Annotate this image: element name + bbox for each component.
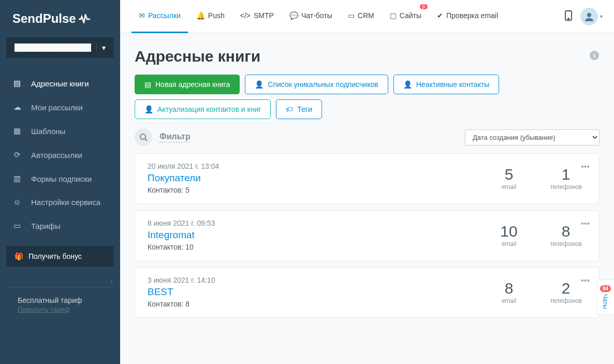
- book-contacts: Контактов: 5: [148, 186, 473, 194]
- tab-label: SMTP: [254, 11, 274, 20]
- book-date: 3 июня 2021 г. 14:10: [148, 276, 473, 284]
- template-icon: ▦: [12, 126, 22, 136]
- button-label: Теги: [297, 105, 312, 113]
- upgrade-tariff-link[interactable]: Повысить тариф: [18, 305, 103, 313]
- sidebar-item-label: Настройки сервиса: [31, 198, 100, 207]
- chat-icon: 💬: [289, 11, 298, 20]
- tab-chatbots[interactable]: 💬 Чат-боты: [282, 0, 340, 33]
- tab-smtp[interactable]: </> SMTP: [233, 0, 281, 33]
- create-campaign-button[interactable]: Создать рассылку ▾: [6, 37, 114, 58]
- book-name-link[interactable]: BEST: [148, 286, 473, 298]
- book-icon: ▤: [12, 79, 22, 88]
- button-label: Новая адресная книга: [155, 80, 230, 89]
- book-more-button[interactable]: •••: [579, 217, 592, 230]
- button-label: Актуализация контактов и книг: [157, 105, 261, 113]
- tags-button[interactable]: 🏷 Теги: [276, 99, 321, 119]
- stat-value: 10: [488, 223, 530, 240]
- tab-campaigns[interactable]: ✉ Рассылки: [131, 0, 188, 33]
- tab-crm[interactable]: ▭ CRM: [341, 0, 382, 33]
- stat-value: 8: [488, 280, 530, 297]
- stat-label: email: [488, 297, 530, 304]
- info-icon[interactable]: i: [589, 50, 600, 63]
- button-label: Неактивные контакты: [416, 80, 490, 89]
- book-more-button[interactable]: •••: [579, 160, 592, 173]
- chats-sidebar-tab[interactable]: 84 Чаты: [596, 280, 614, 315]
- actualize-contacts-button[interactable]: 👤 Актуализация контактов и книг: [135, 99, 271, 119]
- gift-icon: 🎁: [14, 252, 23, 260]
- book-email-stat: 10 email: [488, 223, 530, 247]
- tariff-title: Бесплатный тариф: [18, 296, 103, 304]
- stat-label: телефонов: [545, 183, 587, 191]
- book-email-stat: 5 email: [488, 166, 530, 191]
- stat-label: телефонов: [545, 240, 587, 247]
- sidebar-item-tariffs[interactable]: ▭ Тарифы: [0, 214, 120, 238]
- collapse-sidebar-button[interactable]: ‹: [0, 275, 120, 287]
- tab-email-verify[interactable]: ✔ Проверка email: [430, 0, 505, 33]
- stat-label: email: [488, 240, 530, 247]
- sidebar-item-my-campaigns[interactable]: ☁ Мои рассылки: [0, 95, 120, 119]
- content: Адресные книги i ▤ Новая адресная книга …: [120, 33, 614, 364]
- stat-label: email: [488, 183, 530, 191]
- sidebar-item-service-settings[interactable]: ⛭ Настройки сервиса: [0, 191, 120, 214]
- chats-badge: 84: [600, 285, 611, 292]
- book-email-stat: 8 email: [488, 280, 530, 304]
- avatar-icon: [580, 8, 598, 25]
- sidebar-item-autocampaigns[interactable]: ⟳ Авторассылки: [0, 143, 120, 167]
- book-contacts: Контактов: 10: [148, 243, 473, 251]
- bell-icon: 🔔: [196, 11, 205, 20]
- mobile-icon[interactable]: [558, 10, 579, 23]
- chevron-down-icon: ▾: [600, 13, 603, 19]
- inactive-contacts-button[interactable]: 👤 Неактивные контакты: [393, 75, 500, 94]
- sidebar-item-label: Шаблоны: [31, 127, 65, 136]
- user-icon: 👤: [255, 80, 264, 89]
- sort-select[interactable]: Дата создания (убывание): [465, 129, 600, 145]
- book-card: 20 июля 2021 г. 13:04 Покупатели Контакт…: [135, 153, 600, 204]
- site-icon: ▢: [390, 11, 397, 20]
- mail-icon: ✉: [139, 11, 145, 20]
- svg-line-6: [145, 139, 147, 141]
- sidebar-item-label: Адресные книги: [31, 79, 89, 88]
- sidebar-item-address-books[interactable]: ▤ Адресные книги: [0, 71, 120, 95]
- brand-logo[interactable]: SendPulse: [0, 0, 120, 37]
- sidebar-item-templates[interactable]: ▦ Шаблоны: [0, 119, 120, 143]
- sidebar-item-label: Авторассылки: [31, 151, 82, 159]
- bonus-label: Получить бонус: [28, 252, 82, 260]
- create-campaign-label: Создать рассылку: [14, 43, 91, 52]
- chats-label: Чаты: [602, 294, 609, 309]
- svg-point-5: [140, 134, 145, 139]
- profile-menu-button[interactable]: ▾: [580, 8, 603, 25]
- new-book-button[interactable]: ▤ Новая адресная книга: [135, 75, 240, 94]
- auto-icon: ⟳: [12, 150, 22, 159]
- user-icon: 👤: [403, 80, 412, 89]
- stat-label: телефонов: [545, 297, 587, 304]
- filter-toggle[interactable]: Фильтр: [159, 132, 191, 142]
- tab-label: Push: [208, 11, 225, 20]
- tag-icon: 🏷: [286, 105, 293, 113]
- book-date: 8 июня 2021 г. 09:53: [148, 219, 473, 227]
- tab-sites[interactable]: ▢ Сайты β: [383, 0, 429, 33]
- search-button[interactable]: [135, 128, 152, 146]
- check-icon: ✔: [437, 11, 443, 20]
- get-bonus-button[interactable]: 🎁 Получить бонус: [6, 246, 114, 267]
- sidebar-item-subscription-forms[interactable]: ▥ Формы подписки: [0, 167, 120, 191]
- book-name-link[interactable]: Покупатели: [148, 172, 473, 184]
- book-date: 20 июля 2021 г. 13:04: [148, 162, 473, 170]
- pulse-icon: [78, 14, 91, 23]
- tab-label: CRM: [358, 11, 374, 20]
- tab-push[interactable]: 🔔 Push: [189, 0, 232, 33]
- button-label: Список уникальных подписчиков: [268, 80, 378, 89]
- stat-value: 5: [488, 166, 530, 183]
- topbar: ✉ Рассылки 🔔 Push </> SMTP 💬 Чат-боты ▭ …: [120, 0, 614, 33]
- tab-label: Проверка email: [446, 11, 498, 20]
- sidebar: SendPulse Создать рассылку ▾ ▤ Адресные …: [0, 0, 120, 364]
- unique-subscribers-button[interactable]: 👤 Список уникальных подписчиков: [245, 75, 388, 94]
- chevron-down-icon: ▾: [96, 43, 106, 52]
- action-buttons-row: ▤ Новая адресная книга 👤 Список уникальн…: [135, 75, 600, 119]
- book-card: 8 июня 2021 г. 09:53 Integromat Контакто…: [135, 210, 600, 261]
- book-name-link[interactable]: Integromat: [148, 229, 473, 241]
- brand-text: SendPulse: [12, 11, 76, 26]
- book-more-button[interactable]: •••: [579, 274, 592, 287]
- tab-label: Рассылки: [148, 11, 181, 20]
- sidebar-item-label: Тарифы: [31, 222, 61, 230]
- tab-label: Сайты: [400, 11, 421, 20]
